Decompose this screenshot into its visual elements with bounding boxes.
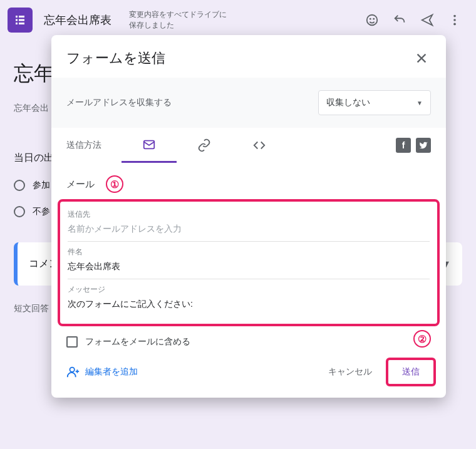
svg-point-8	[373, 18, 375, 20]
send-button-highlight: 送信	[386, 358, 436, 386]
svg-point-6	[367, 15, 378, 26]
tab-link[interactable]	[177, 128, 232, 163]
save-status: 変更内容をすべてドライブに 保存しました	[129, 9, 227, 31]
caret-down-icon: ▼	[416, 100, 423, 106]
form-title[interactable]: 忘年会出席表	[44, 13, 111, 28]
annotation-1: ①	[106, 175, 123, 193]
undo-icon[interactable]	[386, 6, 413, 34]
svg-point-11	[453, 23, 456, 26]
annotation-2: ②	[413, 330, 431, 348]
radio-icon	[14, 206, 25, 217]
include-form-row[interactable]: フォームをメールに含める	[66, 326, 431, 353]
svg-rect-3	[19, 19, 24, 21]
message-input[interactable]: 次のフォームにご記入ください:	[68, 295, 430, 314]
svg-point-10	[453, 19, 456, 21]
theme-icon[interactable]	[358, 6, 386, 34]
facebook-share-icon[interactable]: f	[396, 138, 411, 153]
add-editor-button[interactable]: 編集者を追加	[61, 360, 143, 384]
svg-rect-0	[16, 16, 18, 18]
send-method-tabs: 送信方法 f	[51, 128, 446, 163]
svg-point-13	[70, 368, 75, 372]
to-label: 送信先	[68, 209, 430, 220]
subject-label: 件名	[68, 247, 430, 257]
send-form-dialog: フォームを送信 メールアドレスを収集する 収集しない ▼ 送信方法 f メール	[51, 35, 446, 398]
radio-icon	[14, 180, 25, 191]
mail-section-heading: メール	[66, 178, 95, 190]
tab-embed[interactable]	[232, 128, 287, 163]
svg-rect-5	[19, 23, 24, 24]
svg-rect-4	[16, 23, 18, 24]
dialog-title: フォームを送信	[66, 49, 165, 68]
close-button[interactable]	[412, 49, 431, 68]
include-form-label: フォームをメールに含める	[85, 336, 190, 348]
to-input[interactable]: 名前かメールアドレスを入力	[68, 220, 430, 239]
dialog-footer: ② 編集者を追加 キャンセル 送信	[51, 353, 446, 398]
more-icon[interactable]	[441, 6, 468, 34]
message-label: メッセージ	[68, 284, 430, 295]
send-icon[interactable]	[413, 6, 441, 34]
mail-form-highlight: 送信先 名前かメールアドレスを入力 件名 忘年会出席表 メッセージ 次のフォーム…	[58, 199, 440, 326]
subject-input[interactable]: 忘年会出席表	[68, 257, 430, 276]
collect-emails-select[interactable]: 収集しない ▼	[318, 90, 431, 115]
svg-rect-2	[16, 19, 18, 21]
send-button[interactable]: 送信	[388, 360, 433, 384]
include-form-checkbox[interactable]	[66, 336, 78, 348]
collect-emails-label: メールアドレスを収集する	[66, 97, 172, 108]
svg-point-9	[453, 15, 456, 18]
app-topbar: 忘年会出席表 変更内容をすべてドライブに 保存しました	[0, 0, 476, 40]
collect-emails-row: メールアドレスを収集する 収集しない ▼	[51, 78, 446, 128]
twitter-share-icon[interactable]	[416, 138, 431, 153]
tabs-label: 送信方法	[66, 140, 101, 151]
subject-field[interactable]: 件名 忘年会出席表	[68, 242, 430, 279]
cancel-button[interactable]: キャンセル	[318, 360, 382, 384]
to-field[interactable]: 送信先 名前かメールアドレスを入力	[68, 204, 430, 242]
svg-point-7	[370, 18, 371, 20]
forms-app-icon[interactable]	[8, 8, 33, 33]
svg-rect-1	[19, 16, 24, 18]
message-field[interactable]: メッセージ 次のフォームにご記入ください:	[68, 279, 430, 316]
tab-email[interactable]	[122, 128, 177, 163]
